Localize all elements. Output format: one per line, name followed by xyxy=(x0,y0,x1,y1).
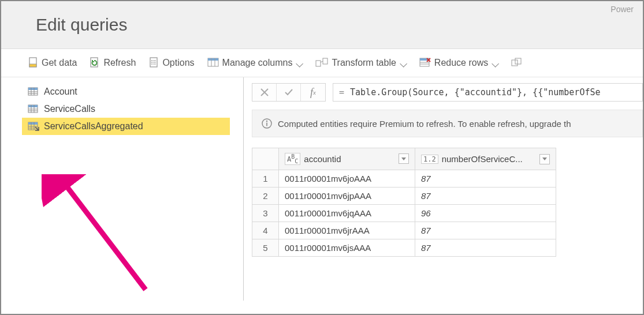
table-row[interactable]: 20011r00001mv6jpAAA87 xyxy=(252,187,556,205)
row-number: 1 xyxy=(252,170,279,187)
options-icon xyxy=(148,57,159,69)
cell-accountid[interactable]: 0011r00001mv6jsAAA xyxy=(279,239,415,257)
query-item-servicecalls[interactable]: ServiceCalls xyxy=(22,100,230,118)
cell-number[interactable]: 87 xyxy=(415,187,556,205)
chevron-down-icon xyxy=(296,59,303,66)
cell-number[interactable]: 96 xyxy=(415,205,556,222)
transform-icon xyxy=(315,58,328,68)
formula-action-group: fx xyxy=(252,83,326,102)
manage-columns-button[interactable]: Manage columns xyxy=(202,54,309,72)
svg-rect-15 xyxy=(323,58,327,64)
svg-point-46 xyxy=(266,121,267,122)
data-grid: ABC accountid 1.2 numberOfServiceC... xyxy=(252,148,556,257)
cell-accountid[interactable]: 0011r00001mv6jrAAA xyxy=(279,222,415,239)
table-icon xyxy=(28,122,39,131)
cell-number[interactable]: 87 xyxy=(415,170,556,187)
svg-rect-1 xyxy=(29,64,36,67)
cell-number[interactable]: 87 xyxy=(415,222,556,239)
options-button[interactable]: Options xyxy=(143,54,200,72)
formula-text: Table.Group(Source, {"accountid"}, {{"nu… xyxy=(350,87,600,97)
svg-line-16 xyxy=(321,61,323,62)
query-item-account[interactable]: Account xyxy=(22,83,230,100)
info-icon xyxy=(262,118,272,129)
formula-equals: = xyxy=(339,87,344,97)
query-label: ServiceCallsAggregated xyxy=(44,121,143,132)
svg-point-6 xyxy=(151,63,152,65)
toolbar: Get data Refresh Options Manage columns … xyxy=(1,49,643,77)
banner-text: Computed entities require Premium to ref… xyxy=(278,119,571,129)
formula-confirm-button[interactable] xyxy=(277,84,301,101)
table-row[interactable]: 30011r00001mv6jqAAA96 xyxy=(252,205,556,222)
query-label: ServiceCalls xyxy=(44,104,95,114)
page-title: Edit queries xyxy=(36,15,631,35)
cell-accountid[interactable]: 0011r00001mv6jpAAA xyxy=(279,187,415,205)
refresh-button[interactable]: Refresh xyxy=(84,54,142,72)
svg-rect-32 xyxy=(28,105,38,107)
get-data-icon xyxy=(28,57,38,69)
premium-info-banner: Computed entities require Premium to ref… xyxy=(252,110,643,137)
row-number: 2 xyxy=(252,187,279,205)
table-row[interactable]: 10011r00001mv6joAAA87 xyxy=(252,170,556,187)
svg-rect-14 xyxy=(316,61,321,66)
formula-cancel-button[interactable] xyxy=(252,84,277,101)
cell-accountid[interactable]: 0011r00001mv6joAAA xyxy=(279,170,415,187)
cell-accountid[interactable]: 0011r00001mv6jqAAA xyxy=(279,205,415,222)
svg-rect-23 xyxy=(512,60,518,66)
formula-bar[interactable]: = Table.Group(Source, {"accountid"}, {{"… xyxy=(333,83,643,102)
get-data-button[interactable]: Get data xyxy=(22,54,83,72)
queries-sidebar: AccountServiceCallsServiceCallsAggregate… xyxy=(1,77,244,301)
column-header-numberofservice[interactable]: 1.2 numberOfServiceC... xyxy=(415,148,556,170)
table-columns-icon xyxy=(207,58,219,68)
svg-rect-38 xyxy=(28,122,38,125)
table-icon xyxy=(28,87,39,96)
content-area: fx = Table.Group(Source, {"accountid"}, … xyxy=(244,77,643,301)
titlebar: Edit queries xyxy=(1,1,643,49)
svg-rect-11 xyxy=(208,58,218,61)
column-filter-button[interactable] xyxy=(539,154,550,164)
svg-rect-26 xyxy=(28,88,38,90)
column-header-accountid[interactable]: ABC accountid xyxy=(279,148,415,170)
chevron-down-icon xyxy=(400,59,407,66)
svg-rect-47 xyxy=(266,123,267,126)
row-number: 5 xyxy=(252,239,279,257)
app-name-label: Power xyxy=(611,5,634,14)
reduce-rows-button[interactable]: Reduce rows xyxy=(414,54,504,72)
query-label: Account xyxy=(44,87,77,97)
refresh-icon xyxy=(90,57,100,69)
formula-fx-button[interactable]: fx xyxy=(301,84,325,101)
transform-table-button[interactable]: Transform table xyxy=(310,54,412,72)
reduce-rows-icon xyxy=(419,58,431,68)
svg-point-4 xyxy=(151,60,152,61)
type-text-icon: ABC xyxy=(285,153,300,165)
type-decimal-icon: 1.2 xyxy=(421,155,438,164)
table-row[interactable]: 50011r00001mv6jsAAA87 xyxy=(252,239,556,257)
column-filter-button[interactable] xyxy=(399,153,409,164)
svg-rect-24 xyxy=(515,58,521,64)
chevron-down-icon xyxy=(492,59,498,66)
combine-icon xyxy=(511,58,524,68)
table-icon xyxy=(28,104,39,114)
query-item-servicecallsaggregated[interactable]: ServiceCallsAggregated xyxy=(22,118,230,135)
row-number: 4 xyxy=(252,222,279,239)
svg-point-5 xyxy=(151,62,152,63)
table-row[interactable]: 40011r00001mv6jrAAA87 xyxy=(252,222,556,239)
more-toolbar-button[interactable] xyxy=(505,54,524,72)
cell-number[interactable]: 87 xyxy=(415,239,556,257)
row-number: 3 xyxy=(252,205,279,222)
row-header-blank xyxy=(252,148,279,170)
